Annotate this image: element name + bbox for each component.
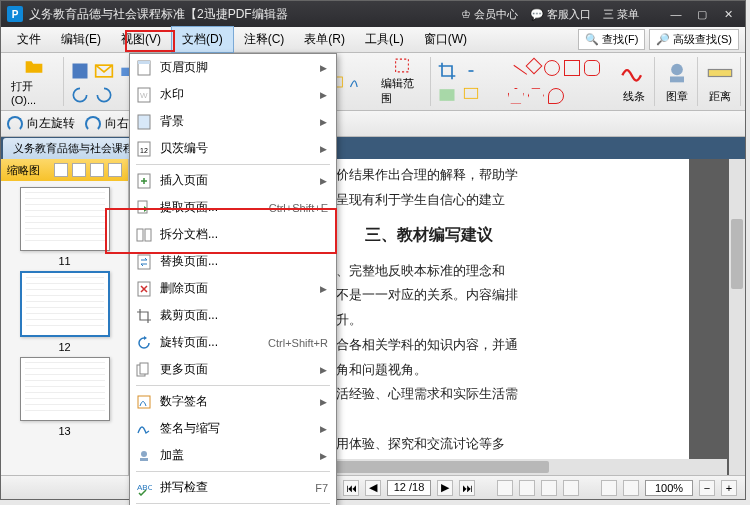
menu-rotate-page[interactable]: 旋转页面...Ctrl+Shift+R [130, 329, 336, 356]
menu-more-pages[interactable]: 更多页面▶ [130, 356, 336, 383]
split-icon [136, 227, 152, 243]
zoom-out-button[interactable]: − [699, 480, 715, 496]
stamp-icon [663, 59, 691, 87]
menu-comment[interactable]: 注释(C) [234, 27, 295, 52]
side-tool-4[interactable] [108, 163, 122, 177]
side-tool-2[interactable] [72, 163, 86, 177]
menu-bates[interactable]: 12贝茨编号▶ [130, 135, 336, 162]
v-scrollbar[interactable] [729, 159, 745, 479]
menu-tools[interactable]: 工具(L) [355, 27, 414, 52]
thumbnail-12[interactable] [20, 271, 110, 337]
zoom-in-button[interactable]: + [721, 480, 737, 496]
prev-page-button[interactable]: ◀ [365, 480, 381, 496]
distance-button[interactable]: 距离 [700, 57, 741, 106]
crop-icon[interactable] [437, 61, 457, 81]
layout-single-icon[interactable] [497, 480, 513, 496]
menu-signature[interactable]: 签名与缩写▶ [130, 415, 336, 442]
edit-zone-button[interactable]: 编辑范围 [375, 57, 431, 106]
page-icon [136, 60, 152, 76]
diamond-shape[interactable] [525, 57, 542, 74]
circle-shape[interactable] [544, 60, 560, 76]
svg-rect-28 [137, 229, 143, 241]
last-page-button[interactable]: ⏭ [459, 480, 475, 496]
page-input[interactable]: 12 /18 [387, 480, 431, 496]
support-link[interactable]: 💬 客服入口 [530, 7, 591, 22]
lines-button[interactable]: 线条 [614, 57, 655, 106]
next-page-button[interactable]: ▶ [437, 480, 453, 496]
minimize-button[interactable]: — [665, 5, 687, 23]
menu-digital-sign[interactable]: 数字签名▶ [130, 388, 336, 415]
open-button[interactable]: 打开(O)... [5, 57, 64, 106]
signature-icon[interactable] [348, 72, 368, 92]
close-button[interactable]: ✕ [717, 5, 739, 23]
svg-rect-13 [396, 59, 409, 72]
svg-rect-20 [138, 61, 150, 64]
crop-page-icon [136, 308, 152, 324]
side-tool-1[interactable] [54, 163, 68, 177]
menu-insert-page[interactable]: 插入页面▶ [130, 167, 336, 194]
menu-header-footer[interactable]: 页眉页脚▶ [130, 54, 336, 81]
zoom-input[interactable]: 100% [645, 480, 693, 496]
menu-file[interactable]: 文件 [7, 27, 51, 52]
rotate-left-icon [7, 116, 23, 132]
digital-sign-icon [136, 394, 152, 410]
menu-form[interactable]: 表单(R) [294, 27, 355, 52]
layout-facing-cont-icon[interactable] [563, 480, 579, 496]
shape-tools [504, 57, 612, 106]
menu-extract-page[interactable]: 提取页面...Ctrl+Shift+E [130, 194, 336, 221]
member-center-link[interactable]: ♔ 会员中心 [461, 7, 518, 22]
menu-stamp[interactable]: 加盖▶ [130, 442, 336, 469]
svg-rect-29 [145, 229, 151, 241]
svg-text:W: W [140, 91, 148, 100]
side-tool-3[interactable] [90, 163, 104, 177]
menu-watermark[interactable]: W水印▶ [130, 81, 336, 108]
document-menu-dropdown: 页眉页脚▶ W水印▶ 背景▶ 12贝茨编号▶ 插入页面▶ 提取页面...Ctrl… [129, 53, 337, 505]
advanced-find-button[interactable]: 🔎高级查找(S) [649, 29, 739, 50]
svg-point-16 [671, 64, 683, 76]
stamp-button[interactable]: 图章 [657, 57, 698, 106]
first-page-button[interactable]: ⏮ [343, 480, 359, 496]
undo-icon[interactable] [70, 85, 90, 105]
menubar: 文件 编辑(E) 视图(V) 文档(D) 注释(C) 表单(R) 工具(L) 窗… [1, 27, 745, 53]
layout-continuous-icon[interactable] [519, 480, 535, 496]
rect-shape[interactable] [564, 60, 580, 76]
window-title: 义务教育品德与社会课程标准【2迅捷PDF编辑器 [29, 6, 461, 23]
layout-facing-icon[interactable] [541, 480, 557, 496]
menu-edit[interactable]: 编辑(E) [51, 27, 111, 52]
titlebar: P 义务教育品德与社会课程标准【2迅捷PDF编辑器 ♔ 会员中心 💬 客服入口 … [1, 1, 745, 27]
cloud-shape[interactable] [548, 88, 564, 104]
thumb-label: 12 [58, 341, 70, 353]
annotation-icon[interactable] [461, 85, 481, 105]
fit-page-icon[interactable] [623, 480, 639, 496]
find-button[interactable]: 🔍查找(F) [578, 29, 645, 50]
svg-rect-33 [140, 363, 148, 374]
stamp-icon [136, 448, 152, 464]
menu-view[interactable]: 视图(V) [111, 27, 171, 52]
menu-delete-page[interactable]: 删除页面▶ [130, 275, 336, 302]
save-icon[interactable] [70, 61, 90, 81]
menu-window[interactable]: 窗口(W) [414, 27, 477, 52]
menu-replace-page[interactable]: 替换页面... [130, 248, 336, 275]
hexagon-shape[interactable] [528, 88, 544, 104]
fit-width-icon[interactable] [601, 480, 617, 496]
pentagon-shape[interactable] [508, 88, 524, 104]
rotate-left-button[interactable]: 向左旋转 [7, 115, 75, 132]
link-icon[interactable] [461, 61, 481, 81]
rounded-shape[interactable] [584, 60, 600, 76]
rotate-bar: 向左旋转 向右旋转 [1, 111, 745, 137]
doc-tabbar: 义务教育品德与社会课程标 [1, 137, 745, 159]
thumbnail-13[interactable] [20, 357, 110, 421]
svg-rect-36 [140, 458, 148, 461]
thumbnail-11[interactable] [20, 187, 110, 251]
mail-icon[interactable] [94, 61, 114, 81]
redo-icon[interactable] [94, 85, 114, 105]
maximize-button[interactable]: ▢ [691, 5, 713, 23]
image-icon[interactable] [437, 85, 457, 105]
menu-spell-check[interactable]: ABC拼写检查F7 [130, 474, 336, 501]
menu-crop-page[interactable]: 裁剪页面... [130, 302, 336, 329]
main-menu-button[interactable]: 三 菜单 [603, 7, 639, 22]
menu-split-doc[interactable]: 拆分文档... [130, 221, 336, 248]
menu-document[interactable]: 文档(D) [171, 26, 234, 53]
line-shape[interactable] [505, 64, 527, 86]
menu-background[interactable]: 背景▶ [130, 108, 336, 135]
